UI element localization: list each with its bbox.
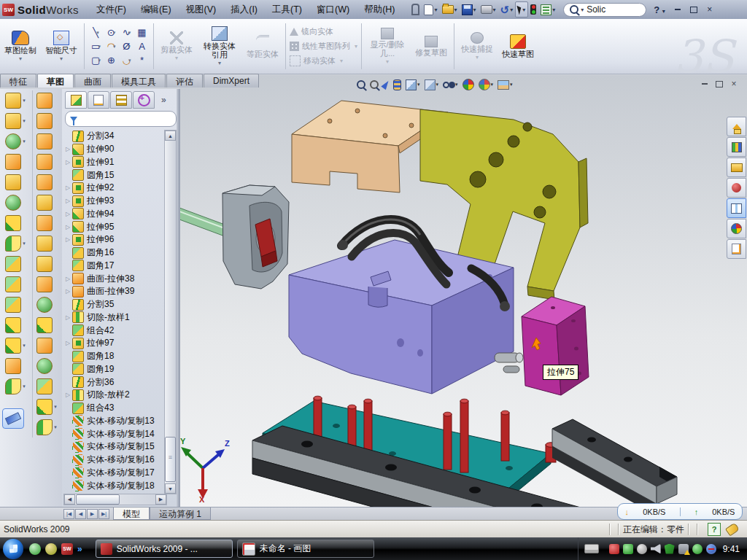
surface-tool-button[interactable]: ▾ bbox=[36, 274, 57, 295]
spline-tool-icon[interactable]: ∿▾ bbox=[119, 26, 134, 39]
nozzle-assembly-part[interactable] bbox=[179, 185, 289, 289]
scene-icon[interactable]: ▾ bbox=[476, 77, 496, 92]
surface-tool-button[interactable]: ▾ bbox=[36, 213, 57, 233]
volume-icon[interactable] bbox=[651, 544, 661, 554]
design-library-tab[interactable] bbox=[727, 137, 746, 157]
surface-tool-button[interactable]: ▾ bbox=[36, 192, 57, 213]
expand-arrow-icon[interactable]: ▷ bbox=[63, 340, 72, 346]
expand-arrow-icon[interactable]: ▷ bbox=[63, 288, 72, 295]
menu-item[interactable]: 工具(T) bbox=[265, 1, 309, 18]
feature-tool-button[interactable]: ▾ bbox=[5, 192, 26, 213]
slot-tool-icon[interactable]: ▢▾ bbox=[88, 53, 104, 67]
messenger-icon[interactable] bbox=[29, 543, 41, 555]
keyboard-layout-icon[interactable] bbox=[584, 544, 599, 553]
taskbar-task-button[interactable]: 未命名 - 画图 bbox=[237, 540, 374, 558]
expand-arrow-icon[interactable]: ▷ bbox=[63, 314, 72, 321]
feature-tree-item[interactable]: ▷ 分割36 bbox=[63, 376, 166, 389]
tree-horizontal-scrollbar[interactable]: ◀ ▶ bbox=[63, 494, 167, 505]
expand-arrow-icon[interactable]: ▷ bbox=[63, 184, 72, 191]
feature-tree-item[interactable]: ▷ 圆角16 bbox=[63, 246, 166, 260]
surface-tool-button[interactable]: ▾ bbox=[36, 417, 57, 438]
surface-tool-button[interactable]: ▾ bbox=[36, 254, 57, 274]
line-tool-icon[interactable]: ╲▾ bbox=[88, 26, 104, 39]
scrollbar-thumb[interactable] bbox=[76, 494, 120, 505]
pin-icon[interactable] bbox=[409, 2, 422, 17]
feature-tree-item[interactable]: ▷ 实体-移动/复制14 bbox=[63, 427, 166, 440]
feature-tool-button[interactable]: ▾ bbox=[5, 90, 26, 111]
quick-launch-overflow-icon[interactable]: » bbox=[77, 544, 82, 554]
feature-tool-button[interactable]: ▾ bbox=[5, 295, 26, 315]
feature-tool-button[interactable]: ▾ bbox=[5, 213, 26, 233]
scroll-down-icon[interactable]: ▼ bbox=[165, 483, 176, 494]
tag-icon[interactable] bbox=[725, 522, 740, 536]
feature-tree-item[interactable]: ▷ 切除-放样1 bbox=[63, 311, 166, 324]
scrollbar-thumb[interactable] bbox=[165, 437, 176, 482]
property-manager-tab[interactable] bbox=[88, 91, 109, 109]
surface-tool-button[interactable]: ▾ bbox=[36, 397, 57, 417]
ribbon-tab[interactable]: DimXpert bbox=[204, 74, 259, 88]
rebuild-lights-icon[interactable] bbox=[528, 2, 538, 17]
prev-tab-icon[interactable]: ◀ bbox=[75, 509, 86, 519]
first-tab-icon[interactable]: |◀ bbox=[63, 509, 74, 519]
model-tab[interactable]: 运动算例 1 bbox=[150, 508, 211, 520]
expand-arrow-icon[interactable]: ▷ bbox=[63, 211, 72, 217]
feature-manager-tab[interactable] bbox=[65, 91, 87, 109]
menu-item[interactable]: 编辑(E) bbox=[133, 1, 179, 18]
tree-filter-input[interactable] bbox=[65, 111, 177, 127]
network-warning-icon[interactable] bbox=[678, 544, 689, 554]
rectangle-tool-icon[interactable]: ▭▾ bbox=[88, 39, 104, 53]
feature-tool-button[interactable]: ▾ bbox=[5, 152, 26, 172]
feature-tree-item[interactable]: ▷ 拉伸90 bbox=[63, 143, 166, 156]
ribbon-tab[interactable]: 草图 bbox=[37, 74, 74, 88]
expand-arrow-icon[interactable]: ▷ bbox=[63, 159, 72, 166]
feature-tree-item[interactable]: ▷ 分割35 bbox=[63, 298, 166, 311]
feature-tree-item[interactable]: ▷ 曲面-拉伸38 bbox=[63, 272, 166, 285]
menu-item[interactable]: 文件(F) bbox=[89, 1, 133, 18]
feature-tree-item[interactable]: ▷ 圆角15 bbox=[63, 168, 166, 182]
panel-overflow-icon[interactable]: » bbox=[161, 95, 166, 105]
surface-tool-button[interactable]: ▾ bbox=[36, 376, 57, 397]
feature-tree-item[interactable]: ▷ 组合43 bbox=[63, 402, 166, 415]
polygon-tool-icon[interactable]: ⊕ bbox=[104, 53, 119, 67]
support-pin-part[interactable] bbox=[495, 353, 523, 373]
messenger-status-icon[interactable] bbox=[706, 544, 716, 554]
surface-tool-button[interactable]: ▾ bbox=[36, 111, 57, 131]
solidworks-shortcut-icon[interactable]: SW bbox=[61, 543, 73, 555]
tree-vertical-scrollbar[interactable]: ▲ ▼ bbox=[164, 130, 177, 494]
scroll-left-icon[interactable]: ◀ bbox=[64, 494, 75, 505]
doc-restore-button[interactable] bbox=[712, 78, 727, 90]
start-button[interactable] bbox=[3, 539, 23, 559]
feature-tree-item[interactable]: ▷ 实体-移动/复制18 bbox=[63, 479, 166, 492]
feature-tree-item[interactable]: ▷ 切除-放样2 bbox=[63, 389, 166, 402]
zoom-fit-icon[interactable] bbox=[355, 77, 368, 92]
surface-tool-button[interactable]: ▾ bbox=[36, 233, 57, 254]
expand-arrow-icon[interactable]: ▷ bbox=[63, 276, 72, 282]
feature-tool-button[interactable]: ▾ bbox=[5, 376, 26, 397]
surface-tool-button[interactable]: ▾ bbox=[36, 335, 57, 356]
expand-arrow-icon[interactable]: ▷ bbox=[63, 236, 72, 243]
help-icon[interactable]: ? ▾ bbox=[654, 4, 665, 15]
select-cursor-icon[interactable]: ▾ bbox=[515, 1, 528, 18]
feature-tool-button[interactable]: ▾ bbox=[5, 254, 26, 274]
feature-tree-item[interactable]: ▷ 拉伸91 bbox=[63, 156, 166, 169]
pan-icon[interactable] bbox=[381, 77, 391, 92]
input-method-icon[interactable] bbox=[637, 544, 647, 554]
feature-tree-item[interactable]: ▷ 实体-移动/复制13 bbox=[63, 415, 166, 428]
feature-tree-item[interactable]: ▷ 拉伸96 bbox=[63, 233, 166, 246]
fillet-tool-icon[interactable]: ◡▾ bbox=[119, 53, 134, 67]
point-tool-icon[interactable]: * bbox=[134, 53, 150, 67]
view-settings-icon[interactable]: ▾ bbox=[495, 77, 515, 92]
appearance-icon[interactable] bbox=[460, 77, 476, 92]
doc-close-button[interactable]: × bbox=[727, 78, 741, 90]
measure-button-pressed[interactable] bbox=[2, 408, 24, 429]
quick-tips-icon[interactable]: ? bbox=[708, 523, 721, 536]
feature-tree-item[interactable]: ▷ 组合42 bbox=[63, 324, 166, 337]
select-area-tool-icon[interactable]: ▦ bbox=[134, 26, 150, 39]
configuration-manager-tab[interactable] bbox=[110, 91, 132, 109]
feature-tree-item[interactable]: ▷ 实体-移动/复制17 bbox=[63, 467, 166, 480]
ellipse-tool-icon[interactable]: Ø▾ bbox=[119, 39, 134, 53]
model-tab[interactable]: 模型 bbox=[113, 508, 150, 520]
open-icon[interactable]: ▾ bbox=[440, 2, 460, 17]
expand-arrow-icon[interactable]: ▷ bbox=[63, 198, 72, 204]
menu-item[interactable]: 视图(V) bbox=[179, 1, 224, 18]
